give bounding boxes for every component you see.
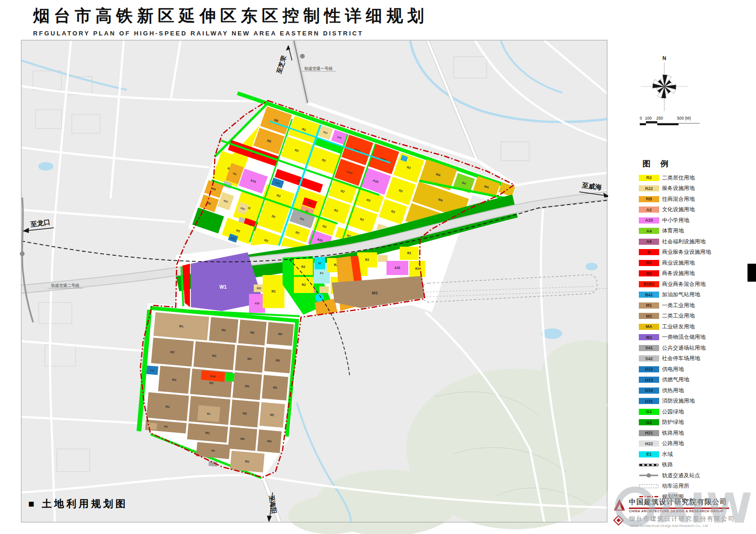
legend-symbol-depot — [639, 483, 659, 490]
map-parcel-code: M2 — [164, 425, 168, 428]
map-parcel-code: M2 — [170, 350, 175, 354]
legend-swatch-S41: S41 — [639, 345, 659, 351]
map-parcel-code: E1 — [320, 272, 324, 275]
legend-swatch-R2: R2 — [639, 175, 659, 181]
legend-label: 防护绿地 — [662, 419, 684, 426]
map-parcel-code: M2 — [165, 405, 170, 408]
map-rect — [378, 255, 387, 262]
legend-item-R2: R2二类居住用地 — [639, 172, 755, 183]
scale-bar: 0100250500 (M) — [636, 115, 707, 130]
legend-swatch-U13: U13 — [639, 377, 659, 383]
legend-item-B41: B41加油加气站用地 — [639, 290, 755, 301]
map-parcel-code: M2 — [209, 381, 214, 385]
map-parcel-code: R2 — [301, 265, 306, 268]
yantai-logo-icon — [613, 515, 624, 528]
legend-label: 水域 — [662, 451, 673, 458]
map-parcel-code: M2 — [278, 332, 283, 336]
map-rect — [147, 422, 157, 430]
legend-label: 公路用地 — [662, 440, 684, 447]
legend-label: 消防设施用地 — [662, 397, 695, 405]
legend-item-A4: A4体育用地 — [639, 226, 755, 237]
yantai-logo-svg — [613, 515, 624, 526]
map-parcel-code: M2 — [241, 437, 245, 441]
legend-label: 动车运用所 — [662, 482, 689, 490]
map-parcel-code: M1 — [245, 460, 250, 464]
transit-line1-label: 轨道交通一号线 — [304, 66, 333, 71]
legend-item-A2: A2文化设施用地 — [639, 205, 755, 215]
legend-label: 社会停车场用地 — [662, 355, 700, 362]
legend-item-U14: U14供热用地 — [639, 385, 755, 396]
legend-swatch-U14: U14 — [639, 388, 659, 394]
compass-svg: N — [638, 53, 691, 112]
legend-symbol-transit — [639, 472, 659, 479]
legend-swatch-B2: B2 — [639, 270, 659, 276]
legend-label: 商务设施用地 — [662, 270, 695, 277]
legend-item-E1: E1水域 — [639, 449, 755, 460]
legend-item-B1: B1商业设施用地 — [639, 258, 755, 268]
legend-item-U13: U13供燃气用地 — [639, 375, 755, 386]
page-title: 烟台市高铁新区延伸区东区控制性详细规划 — [33, 5, 428, 27]
map-ellipse — [288, 496, 373, 534]
legend-label: 供热用地 — [662, 387, 684, 394]
title-block: 烟台市高铁新区延伸区东区控制性详细规划 RFGULATORY PLAN OF H… — [33, 5, 428, 37]
scalebar-tick: 250 — [656, 116, 663, 121]
legend-label: 社会福利设施用地 — [662, 238, 705, 245]
map-parcel-code: M1 — [270, 413, 275, 417]
legend-symbol-svg-transit — [639, 472, 659, 479]
transit-station-dot — [20, 251, 25, 256]
legend-swatch-M1: M1 — [639, 302, 659, 309]
legend-label: 商业设施用地 — [662, 259, 695, 267]
legend-swatch-B41: B41 — [639, 292, 659, 298]
cadg-logo-icon — [613, 498, 626, 513]
legend-label: 住商混合用地 — [662, 196, 695, 203]
legend-swatch-RB: RB — [639, 196, 659, 202]
legend-item-RB: RB住商混合用地 — [639, 194, 755, 205]
edge-black-chip — [747, 264, 756, 282]
scalebar-svg: 0100250500 (M) — [636, 115, 707, 130]
map-parcel-code: E1 — [318, 262, 321, 265]
legend-label: 铁路 — [662, 461, 673, 468]
legend-label: 二类居住用地 — [662, 174, 695, 181]
legend-swatch-MA: MA — [639, 324, 659, 330]
map-parcel-code: M2 — [205, 431, 210, 435]
legend-item-U12: U12供电用地 — [639, 364, 755, 375]
page-root: RBRBR2R2R22A33R2B1B2B1B2R2MAA4MAB1B2R2RB… — [0, 0, 756, 534]
map-parcel-code: A33 — [255, 302, 259, 305]
legend-item-S41: S41公共交通场站用地 — [639, 343, 755, 353]
sheet-label: 土地利用规划图 — [42, 498, 128, 509]
legend-item-B2: B2商务设施用地 — [639, 268, 755, 279]
scalebar-tick: 500 (M) — [677, 116, 691, 121]
map-parcel-code: M2 — [372, 291, 378, 295]
company-row-yantai: 烟台市建筑设计研究股份有限公司 Yantai Architectrual Des… — [613, 515, 755, 528]
legend-swatch-U31: U31 — [639, 398, 659, 404]
scalebar-segment — [657, 123, 679, 125]
map-parcel-code: R2 — [407, 251, 412, 255]
company-name-en: CHINA ARCHITECTURE DESIGN & RESEARCH GRO… — [629, 509, 755, 513]
legend-label: 工业研发用地 — [662, 323, 695, 330]
legend-label: 体育用地 — [662, 227, 684, 234]
map-parcel-code: B1B2 — [210, 374, 216, 378]
legend-item-depot: 动车运用所 — [639, 481, 755, 492]
legend-swatch-U12: U12 — [639, 366, 659, 372]
map-parcel-code: R2 — [302, 283, 306, 286]
legend-label: 商业服务业设施用地 — [662, 249, 711, 256]
map-parcel-code: M2 — [222, 328, 226, 332]
legend-swatch-H22: H22 — [639, 440, 659, 447]
legend-swatch-M2: M2 — [639, 313, 659, 319]
legend-swatch-B: B — [639, 249, 659, 255]
legend-swatch-A6: A6 — [639, 239, 659, 245]
legend-label: 一类工业用地 — [662, 302, 695, 309]
map-parcel-code: R22 — [257, 287, 261, 290]
red-divider — [629, 508, 729, 509]
legend-item-G1: G1公园绿地 — [639, 406, 755, 417]
legend-swatch-G2: G2 — [639, 419, 659, 425]
map-rect — [225, 372, 235, 382]
sheet-bullet-icon: ■ — [28, 498, 37, 509]
legend-swatch-A2: A2 — [639, 207, 659, 213]
transit-line2-label: 轨道交通二号线 — [51, 283, 79, 288]
legend-label: 中小学用地 — [662, 217, 689, 224]
legend-swatch-G1: G1 — [639, 409, 659, 415]
legend-item-R22: R22服务设施用地 — [639, 183, 755, 194]
map-parcel-code: M1 — [207, 412, 211, 415]
map-parcel-code: A33 — [395, 266, 400, 269]
